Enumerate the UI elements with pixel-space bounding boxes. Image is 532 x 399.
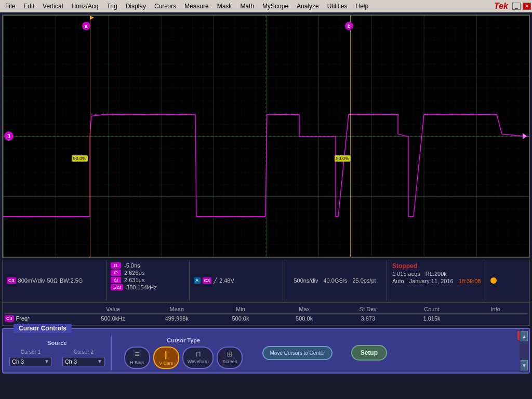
menu-item-file[interactable]: File <box>1 2 19 11</box>
scope-display: a b 50.0% 50.0% 3 <box>2 15 530 258</box>
waveform-icon: ⊓ <box>195 350 201 358</box>
a-badge: A <box>194 277 201 284</box>
cursor-freq-value: 380.154kHz <box>126 284 157 290</box>
menu-item-edit[interactable]: Edit <box>19 2 38 11</box>
meas-col-count: Count <box>400 306 464 312</box>
cursor1-label: Cursor 1 <box>21 349 41 355</box>
menu-item-trig[interactable]: Trig <box>102 2 121 11</box>
sample-rate: 40.0GS/s <box>323 277 347 284</box>
cursor-type-buttons-group: ≡ H Bars ∥ V Bars ⊓ Waveform ⊞ Screen <box>124 347 243 369</box>
meas-col-value: Value <box>81 306 145 312</box>
minimize-button[interactable]: _ <box>512 3 521 10</box>
menu-item-math[interactable]: Math <box>236 2 258 11</box>
source-label: Source <box>47 340 66 346</box>
meas-col-min: Min <box>209 306 273 312</box>
status-bar: C3 800mV/div 50Ω BW:2.5G t1 -5.0ns t2 2.… <box>2 260 530 301</box>
v-bars-button[interactable]: ∥ V Bars <box>153 347 179 369</box>
h-bars-button[interactable]: ≡ H Bars <box>124 347 150 369</box>
cursor-t1-row: t1 -5.0ns <box>111 262 185 269</box>
cursor2-select[interactable]: Ch 3 Ch 1 Ch 2 Ch 4 <box>65 358 96 365</box>
waveform-button[interactable]: ⊓ Waveform <box>182 347 214 369</box>
meas-col-name <box>5 306 81 312</box>
meas-ch-name: C3 Freq* <box>5 315 81 322</box>
cursor1-group: Cursor 1 Ch 3 Ch 1 Ch 2 Ch 4 ▼ <box>9 349 52 366</box>
ch3-badge: C3 <box>7 277 16 284</box>
ch3-vdiv: 800mV/div <box>18 277 45 284</box>
menu-item-help[interactable]: Help <box>351 2 373 11</box>
record-length: 25.0ps/pt <box>352 277 376 284</box>
menu-item-mask[interactable]: Mask <box>213 2 236 11</box>
menu-item-analyze[interactable]: Analyze <box>292 2 323 11</box>
menu-item-measure[interactable]: Measure <box>180 2 213 11</box>
trigger-section: A C3 ╱ 2.48V <box>190 260 283 301</box>
meas-mean: 499.998k <box>145 315 209 322</box>
cursor2-select-wrapper[interactable]: Ch 3 Ch 1 Ch 2 Ch 4 ▼ <box>62 357 105 366</box>
fifty-percent-marker-b: 50.0% <box>335 155 351 162</box>
cursor-delta-label: Δt <box>111 277 121 283</box>
meas-count: 1.015k <box>400 315 464 322</box>
meas-col-mean: Mean <box>145 306 209 312</box>
fifty-percent-marker-a: 50.0% <box>72 155 88 162</box>
move-cursors-button[interactable]: Move Cursors to Center <box>262 346 332 360</box>
screen-label: Screen <box>222 359 237 364</box>
cursor1-arrow-icon: ▼ <box>44 358 49 364</box>
cursor-label-a: a <box>82 22 90 30</box>
timebase-value: 500ns/div <box>294 277 318 284</box>
menu-item-horiz[interactable]: Horiz/Acq <box>67 2 102 11</box>
h-bars-label: H Bars <box>130 360 144 365</box>
scope-grid <box>3 16 529 257</box>
setup-button[interactable]: Setup <box>351 345 387 361</box>
scroll-up-button[interactable]: ▲ <box>521 331 528 341</box>
menu-item-display[interactable]: Display <box>122 2 150 11</box>
screen-button[interactable]: ⊞ Screen <box>217 347 243 369</box>
menu-item-myscope[interactable]: MyScope <box>258 2 292 11</box>
trigger-ch-badge: C3 <box>203 277 212 284</box>
meas-data-row: C3 Freq* 500.0kHz 499.998k 500.0k 500.0k… <box>5 314 527 323</box>
scroll-down-button[interactable]: ▼ <box>521 360 528 370</box>
trigger-row: A C3 ╱ 2.48V <box>194 277 278 284</box>
meas-param-name: Freq* <box>16 315 30 322</box>
menu-bar: File Edit Vertical Horiz/Acq Trig Displa… <box>0 0 532 12</box>
cursor-selects: Cursor 1 Ch 3 Ch 1 Ch 2 Ch 4 ▼ Cursor 2 … <box>9 349 105 366</box>
v-bars-label: V Bars <box>159 361 173 366</box>
cursor-freq-row: 1/Δt 380.154kHz <box>111 284 185 290</box>
menu-item-utilities[interactable]: Utilities <box>323 2 352 11</box>
timebase-section: 500ns/div 40.0GS/s 25.0ps/pt <box>283 260 387 301</box>
cursor-delta-value: 2.631μs <box>124 277 144 283</box>
acq-date: January 11, 2016 <box>409 278 454 284</box>
trigger-level: 2.48V <box>219 277 234 284</box>
menu-item-cursors[interactable]: Cursors <box>150 2 180 11</box>
move-cursors-section: Move Cursors to Center <box>258 335 336 370</box>
cursor-controls-title: Cursor Controls <box>14 324 72 333</box>
cursor-line-b[interactable] <box>350 16 351 257</box>
cursor-type-section: Cursor Type ≡ H Bars ∥ V Bars ⊓ Waveform… <box>119 335 248 370</box>
h-bars-icon: ≡ <box>135 350 139 359</box>
channel-3-scope-badge: 3 <box>4 131 14 141</box>
menu-item-vertical[interactable]: Vertical <box>38 2 67 11</box>
cursor-t2-label: t2 <box>111 270 121 276</box>
meas-col-info: Info <box>463 306 527 312</box>
acq-section: Stopped 1 015 acqs RL:200k Auto January … <box>387 260 486 301</box>
cursor-delta-row: Δt 2.631μs <box>111 277 185 283</box>
cursor-readout-section: t1 -5.0ns t2 2.626μs Δt 2.631μs 1/Δt 380… <box>107 260 190 301</box>
meas-col-stdev: St Dev <box>336 306 400 312</box>
tek-logo: Tek <box>494 2 508 11</box>
cursor-freq-label: 1/Δt <box>111 284 123 290</box>
acq-count: 1 015 acqs <box>392 271 420 277</box>
meas-col-max: Max <box>272 306 336 312</box>
acq-time: 18:39:08 <box>459 278 481 284</box>
cursor-t1-value: -5.0ns <box>124 262 140 269</box>
meas-header-row: Value Mean Min Max St Dev Count Info <box>5 305 527 314</box>
cursor-t2-value: 2.626μs <box>124 270 144 276</box>
acq-mode: Auto <box>392 278 404 284</box>
waveform-label: Waveform <box>188 359 209 364</box>
cursor-line-a[interactable] <box>90 16 90 257</box>
rl-value: RL:200k <box>425 271 447 277</box>
acq-status: Stopped <box>392 262 481 270</box>
ch3-impedance: 50Ω <box>47 277 58 284</box>
cursor1-select[interactable]: Ch 3 Ch 1 Ch 2 Ch 4 <box>12 358 43 365</box>
close-button[interactable]: ✕ <box>523 3 531 10</box>
v-bars-icon: ∥ <box>164 350 168 360</box>
cursor1-select-wrapper[interactable]: Ch 3 Ch 1 Ch 2 Ch 4 ▼ <box>9 357 52 366</box>
cursor-t1-label: t1 <box>111 262 121 269</box>
